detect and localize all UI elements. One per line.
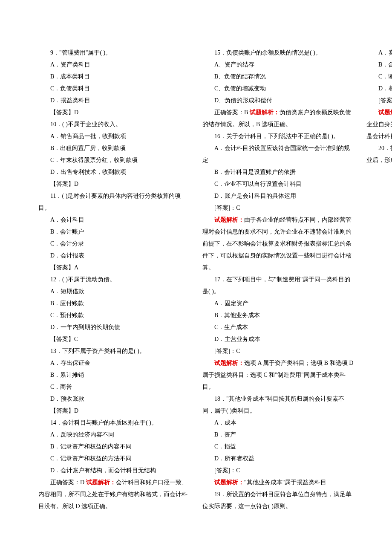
text-line: 20．投资人投入的资金和债权人投入的资金，投入企业后，形成企业的( )。 [366,142,392,166]
text-line: 【答案】D [38,107,190,119]
text-line: [答案]：C [202,202,354,214]
text-line: D．预收账款 [38,393,190,405]
text-line: A．会计科目 [38,214,190,226]
text-line: 【答案】D [38,405,190,417]
text-line: 17．在下列项目中，与"制造费用"属于同一类科目的是( )。 [202,274,354,298]
text-line: A．固定资产 [202,298,354,309]
text-line: 12．( )不属于流动负债。 [38,274,190,286]
text-line: B．其他业务成本 [202,309,354,321]
text-line: A．资产类科目 [38,59,190,71]
document-page: 9．"管理费用"属于( )。A．资产类科目B．成本类科目C．负债类科目D．损益类… [0,0,392,555]
text-line: D、负债的形成和偿付 [202,95,354,107]
text-line: B．合法性 [366,59,392,71]
text-line: C．生产成本 [202,321,354,333]
text-line: 试题解析：企业应该在合法性原则的基础上，应根据企业自身的特点，设置符合企业实际情… [366,107,392,142]
text-line: D．一年内到期的长期负债 [38,321,190,333]
text-line: [答案]：C [202,345,354,357]
text-line: 【答案】A [38,262,190,274]
text-line: 15．负债类账户的余额反映的情况是( )。 [202,47,354,59]
text-line: D．出售专利技术，收到款项 [38,166,190,178]
text-line: 19．所设置的会计科目应符合单位自身特点，满足单位实际需要，这一点符合( )原则… [202,489,354,512]
text-line: C．谨慎性 [366,71,392,83]
text-line: 18．"其他业务成本"科目按其所归属的会计要素不同，属于( )类科目。 [202,393,354,417]
text-line: A．实用性 [366,47,392,59]
text-line: 【答案】D [38,178,190,190]
text-line: D．相关性 [366,83,392,95]
text-line: 9．"管理费用"属于( )。 [38,47,190,59]
text-line: A．存出保证金 [38,357,190,369]
text-line: A．销售商品一批，收到款项 [38,130,190,142]
text-line: 正确答案：D 试题解析：会计科目和账户口径一致、内容相同，所不同之处在于账户有结… [38,477,190,512]
text-line: B．记录资产和权益的内容不同 [38,441,190,453]
text-line: 试题解析："其他业务成本"属于损益类科目 [202,477,354,489]
text-line: C、负债的增减变动 [202,83,354,95]
text-line: A．成本 [202,417,354,429]
text-line: B．累计摊销 [38,369,190,381]
text-line: A．反映的经济内容不同 [38,429,190,441]
text-line: 13．下列不属于资产类科目的是( )。 [38,345,190,357]
text-line: D．所有者权益 [202,453,354,465]
text-line: D．主营业务成本 [202,333,354,345]
text-line: [答案]：C [202,465,354,477]
text-line: B．成本类科目 [38,71,190,83]
text-line: C．损益 [202,441,354,453]
text-line: C．商誉 [38,381,190,393]
text-line: 正确答案：B 试题解析：负债类账户的余额反映负债的结存情况。所以，B 选项正确。 [202,107,354,130]
text-line: B、负债的结存情况 [202,71,354,83]
text-line: 11．( )是对会计要素的具体内容进行分类核算的项目。 [38,190,190,214]
text-line: D．会计报表 [38,250,190,262]
text-line: C．预付账款 [38,309,190,321]
text-line: C．年末获得股票分红，收到款项 [38,154,190,166]
text-line: B．会计账户 [38,226,190,238]
text-line: B．应付账款 [38,298,190,309]
text-line: D．会计账户有结构，而会计科目无结构 [38,465,190,477]
text-line: 试题解析：选项 A 属于资产类科目；选项 B 和选项 D 属于损益类科目；选项 … [202,357,354,393]
text-line: D．账户是会计科目的具体运用 [202,190,354,202]
text-line: C．会计分录 [38,238,190,250]
text-line: [答案]：A [366,95,392,107]
text-line: 14．会计科目与账户的本质区别在于( )。 [38,417,190,429]
text-line: D．损益类科目 [38,95,190,107]
text-line: B．出租闲置厂房，收到款项 [38,142,190,154]
text-line: A．会计科目的设置应该符合国家统一会计准则的规定 [202,142,354,166]
text-line: 【答案】C [38,333,190,345]
text-line: C．负债类科目 [38,83,190,95]
text-line: 试题解析：由于各企业的经营特点不同，内部经营管理对会计信息的要求不同，允许企业在… [202,214,354,274]
text-line: C．企业不可以自行设置会计科目 [202,178,354,190]
text-line: 10．( )不属于企业的收入。 [38,119,190,130]
text-line: B．资产 [202,429,354,441]
text-line: A、资产的结存 [202,59,354,71]
text-line: 16．关于会计科目，下列说法中不正确的是( )。 [202,130,354,142]
text-line: C．记录资产和权益的方法不同 [38,453,190,465]
text-line: B．会计科目是设置账户的依据 [202,166,354,178]
text-line: A．短期借款 [38,286,190,298]
